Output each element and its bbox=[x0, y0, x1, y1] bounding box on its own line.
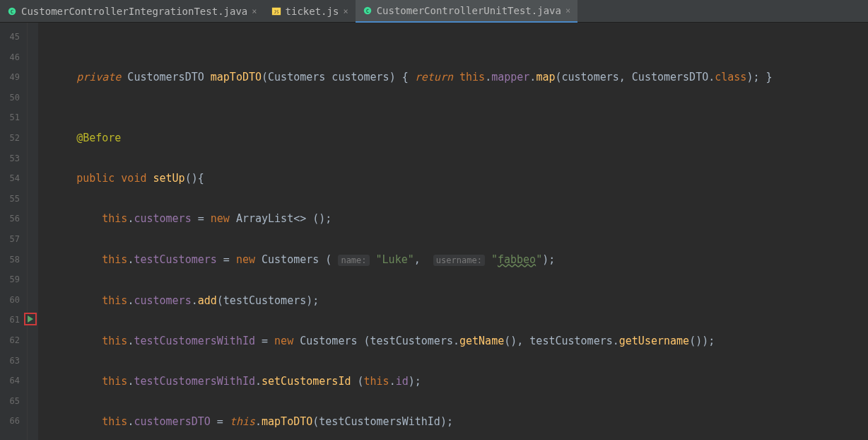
line-number[interactable]: 62 bbox=[0, 330, 20, 351]
line-number[interactable]: 45 bbox=[0, 27, 20, 47]
line-number[interactable]: 50 bbox=[0, 88, 20, 108]
svg-text:C: C bbox=[366, 8, 369, 14]
file-icon-js: JS bbox=[271, 6, 281, 16]
close-icon[interactable]: × bbox=[343, 6, 348, 16]
line-number[interactable]: 63 bbox=[0, 351, 20, 371]
file-icon-java: C bbox=[363, 6, 373, 16]
editor-tabbar: C CustomerControllerIntegrationTest.java… bbox=[0, 0, 868, 23]
line-number[interactable]: 59 bbox=[0, 270, 20, 290]
tab-integration-test[interactable]: C CustomerControllerIntegrationTest.java… bbox=[0, 0, 264, 23]
line-number[interactable]: 46 bbox=[0, 47, 20, 68]
file-icon-java: C bbox=[7, 6, 17, 16]
close-icon[interactable]: × bbox=[252, 6, 257, 16]
line-number[interactable]: 58 bbox=[0, 250, 20, 270]
tab-label: CustomerControllerIntegrationTest.java bbox=[21, 6, 247, 17]
line-number[interactable]: 52 bbox=[0, 128, 20, 149]
tab-label: CustomerControllerUnitTest.java bbox=[377, 5, 561, 16]
svg-text:C: C bbox=[11, 9, 13, 15]
code-editor[interactable]: private CustomersDTO mapToDTO(Customers … bbox=[38, 23, 868, 440]
line-number-gutter[interactable]: 4546495051525354555657585960616263646566 bbox=[0, 23, 23, 440]
line-number[interactable]: 61 bbox=[0, 310, 20, 330]
fold-gutter[interactable] bbox=[23, 23, 38, 440]
line-number[interactable]: 55 bbox=[0, 189, 20, 209]
tab-unit-test[interactable]: C CustomerControllerUnitTest.java × bbox=[356, 0, 578, 23]
line-number[interactable]: 53 bbox=[0, 149, 20, 169]
tab-label: ticket.js bbox=[286, 6, 339, 17]
run-test-icon[interactable] bbox=[24, 313, 37, 325]
line-number[interactable]: 54 bbox=[0, 168, 20, 189]
line-number[interactable]: 66 bbox=[0, 411, 20, 432]
line-number[interactable]: 65 bbox=[0, 391, 20, 412]
line-number[interactable]: 57 bbox=[0, 229, 20, 250]
line-number[interactable]: 49 bbox=[0, 67, 20, 88]
line-number[interactable]: 64 bbox=[0, 371, 20, 391]
tab-ticket-js[interactable]: JS ticket.js × bbox=[264, 0, 356, 23]
line-number[interactable]: 51 bbox=[0, 108, 20, 128]
line-number[interactable]: 60 bbox=[0, 290, 20, 311]
svg-text:JS: JS bbox=[274, 9, 279, 14]
line-number[interactable]: 56 bbox=[0, 209, 20, 229]
close-icon[interactable]: × bbox=[565, 6, 570, 16]
